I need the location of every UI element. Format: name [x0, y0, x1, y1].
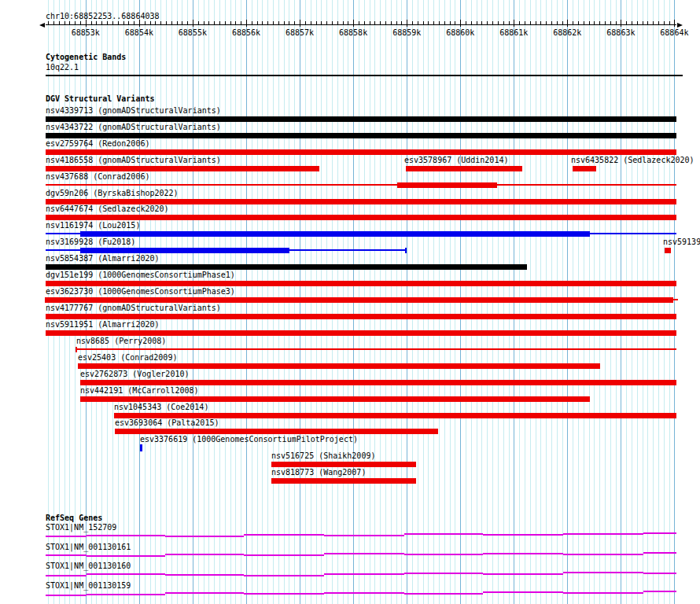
- gene-intron-line[interactable]: [324, 592, 404, 594]
- variant-feature-bar[interactable]: [397, 182, 497, 188]
- cytoband-bar[interactable]: [46, 75, 683, 76]
- variant-feature-bar[interactable]: [80, 231, 590, 237]
- gene-intron-line[interactable]: [165, 592, 244, 594]
- ruler-minor-tick: [423, 21, 424, 24]
- cytoband-label[interactable]: 10q22.1: [46, 63, 79, 72]
- variant-label: nsv4339713 (gnomADStructuralVariants): [46, 106, 221, 115]
- gene-intron-line[interactable]: [483, 591, 563, 593]
- variant-label: dgv59n206 (ByrskaBishop2022): [46, 189, 179, 197]
- ruler-minor-tick: [225, 21, 226, 24]
- variant-feature-bar[interactable]: [46, 133, 676, 138]
- ruler-minor-tick: [546, 21, 547, 24]
- variant-feature-bar[interactable]: [271, 462, 416, 467]
- variant-label: nsv6447674 (Sedlazeck2020): [46, 204, 169, 213]
- ruler-major-tick: [353, 20, 354, 27]
- variant-feature-bar[interactable]: [665, 248, 671, 253]
- variant-feature-bar[interactable]: [114, 413, 676, 418]
- gene-intron-line[interactable]: [87, 555, 165, 557]
- variant-feature-bar[interactable]: [46, 264, 527, 270]
- gene-intron-line[interactable]: [46, 536, 87, 537]
- section-title-dgv: DGV Structural Variants: [46, 94, 154, 103]
- gene-intron-line[interactable]: [244, 575, 324, 576]
- ruler-minor-tick: [134, 21, 134, 24]
- ruler-minor-tick: [80, 21, 81, 24]
- ruler-minor-tick: [343, 21, 344, 24]
- gene-intron-line[interactable]: [87, 573, 165, 575]
- variant-feature-cap[interactable]: [405, 248, 407, 253]
- gene-intron-line[interactable]: [324, 535, 404, 536]
- ruler-minor-tick: [477, 21, 477, 24]
- gene-label: STOX1|NM_152709: [46, 523, 116, 532]
- gene-intron-line[interactable]: [324, 573, 404, 575]
- ruler-minor-tick: [391, 21, 392, 24]
- variant-feature-bar[interactable]: [406, 166, 522, 171]
- gene-intron-line[interactable]: [46, 554, 87, 556]
- variant-feature-bar[interactable]: [46, 199, 676, 204]
- variant-feature-bar[interactable]: [78, 363, 600, 369]
- variant-feature-line[interactable]: [673, 299, 678, 300]
- variant-feature-bar[interactable]: [46, 330, 676, 336]
- gene-intron-line[interactable]: [244, 554, 324, 556]
- gene-intron-line[interactable]: [165, 554, 244, 555]
- variant-feature-bar[interactable]: [46, 314, 676, 319]
- gene-intron-line[interactable]: [563, 572, 643, 573]
- gene-intron-line[interactable]: [643, 532, 676, 534]
- variant-label: nsv516725 (Shaikh2009): [271, 451, 375, 460]
- variant-feature-bar[interactable]: [80, 380, 676, 385]
- variant-label: nsv5911951 (Almarri2020): [46, 320, 160, 329]
- ruler-minor-tick: [145, 21, 146, 24]
- gene-intron-line[interactable]: [404, 554, 483, 555]
- ruler-major-tick: [674, 20, 675, 27]
- gene-intron-line[interactable]: [87, 535, 165, 536]
- ruler-minor-tick: [487, 21, 488, 24]
- gene-intron-line[interactable]: [643, 552, 676, 554]
- variant-label: nsv818773 (Wang2007): [271, 468, 366, 477]
- gene-intron-line[interactable]: [643, 591, 676, 592]
- variant-feature-bar[interactable]: [115, 429, 438, 434]
- gene-intron-line[interactable]: [165, 536, 244, 537]
- gene-intron-line[interactable]: [643, 573, 676, 574]
- ruler-axis: [46, 24, 676, 25]
- ruler-tick-label: 68864k: [657, 28, 691, 37]
- variant-feature-line[interactable]: [76, 348, 676, 350]
- gene-intron-line[interactable]: [46, 575, 87, 576]
- gene-intron-line[interactable]: [483, 553, 563, 554]
- variant-feature-bar[interactable]: [80, 248, 289, 253]
- variant-feature-bar[interactable]: [46, 116, 676, 122]
- variant-feature-bar[interactable]: [46, 166, 319, 171]
- ruler-minor-tick: [578, 21, 579, 24]
- gene-intron-line[interactable]: [563, 533, 643, 535]
- variant-feature-tick[interactable]: [140, 444, 142, 451]
- variant-feature-line[interactable]: [46, 184, 676, 186]
- gene-intron-line[interactable]: [404, 593, 483, 595]
- variant-feature-bar[interactable]: [46, 297, 673, 303]
- variant-feature-bar[interactable]: [271, 478, 416, 484]
- variant-feature-bar[interactable]: [573, 166, 596, 171]
- ruler-minor-tick: [492, 21, 493, 24]
- ruler-minor-tick: [643, 21, 643, 24]
- variant-label: esv3376619 (1000GenomesConsortiumPilotPr…: [140, 435, 358, 444]
- gene-intron-line[interactable]: [483, 573, 563, 575]
- gene-intron-line[interactable]: [165, 574, 244, 576]
- gene-label: STOX1|NM_001130160: [46, 562, 131, 570]
- variant-feature-bar[interactable]: [46, 281, 676, 286]
- gene-intron-line[interactable]: [46, 595, 87, 596]
- gene-intron-line[interactable]: [404, 533, 483, 535]
- variant-feature-bar[interactable]: [46, 215, 676, 220]
- gene-intron-line[interactable]: [244, 534, 324, 536]
- grid-major-line: [674, 0, 675, 604]
- ruler-minor-tick: [262, 21, 263, 24]
- ruler-minor-tick: [75, 21, 76, 24]
- gene-intron-line[interactable]: [404, 573, 483, 574]
- ruler-tick-label: 68856k: [229, 28, 263, 37]
- gene-intron-line[interactable]: [87, 594, 165, 595]
- gene-intron-line[interactable]: [324, 553, 404, 554]
- ruler-minor-tick: [396, 21, 397, 24]
- gene-intron-line[interactable]: [244, 593, 324, 595]
- variant-feature-bar[interactable]: [46, 149, 676, 155]
- ruler-minor-tick: [337, 21, 338, 24]
- gene-intron-line[interactable]: [563, 592, 643, 594]
- gene-intron-line[interactable]: [483, 534, 563, 536]
- gene-intron-line[interactable]: [563, 554, 643, 555]
- variant-feature-bar[interactable]: [80, 396, 590, 402]
